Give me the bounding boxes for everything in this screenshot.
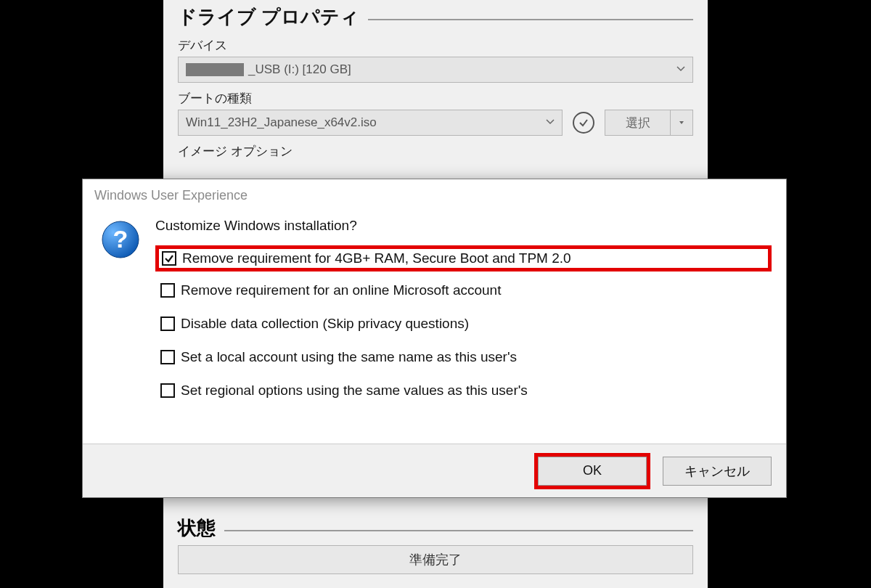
divider bbox=[368, 19, 693, 20]
status-bar: 準備完了 bbox=[178, 545, 693, 574]
option-label: Set regional options using the same valu… bbox=[181, 383, 528, 399]
boot-type-dropdown[interactable]: Win11_23H2_Japanese_x64v2.iso bbox=[178, 110, 563, 136]
option-label: Set a local account using the same name … bbox=[181, 349, 517, 365]
chevron-down-icon bbox=[546, 115, 555, 130]
cancel-button-label: キャンセル bbox=[684, 462, 750, 480]
boot-type-value: Win11_23H2_Japanese_x64v2.iso bbox=[186, 115, 377, 130]
checkbox[interactable] bbox=[160, 350, 175, 364]
option-label: Remove requirement for 4GB+ RAM, Secure … bbox=[182, 250, 571, 266]
select-button-chevron[interactable] bbox=[671, 110, 692, 135]
verify-icon[interactable] bbox=[573, 112, 594, 134]
boot-type-row: Win11_23H2_Japanese_x64v2.iso 選択 bbox=[178, 110, 693, 136]
redacted-mask bbox=[186, 63, 244, 76]
device-dropdown[interactable]: _USB (I:) [120 GB] bbox=[178, 57, 693, 83]
checkbox[interactable] bbox=[162, 251, 176, 266]
ok-button[interactable]: OK bbox=[538, 457, 647, 486]
dialog-prompt: Customize Windows installation? bbox=[155, 218, 772, 234]
drive-properties-title: ドライブ プロパティ bbox=[178, 4, 359, 30]
divider bbox=[224, 530, 693, 531]
select-button[interactable]: 選択 bbox=[605, 110, 693, 136]
status-value: 準備完了 bbox=[409, 551, 462, 568]
dialog-options: Customize Windows installation? Remove r… bbox=[155, 218, 772, 444]
option-set-regional[interactable]: Set regional options using the same valu… bbox=[155, 376, 772, 405]
drive-properties-heading: ドライブ プロパティ bbox=[178, 4, 693, 30]
option-set-local-account[interactable]: Set a local account using the same name … bbox=[155, 343, 772, 372]
status-heading: 状態 bbox=[178, 515, 693, 541]
svg-text:?: ? bbox=[113, 225, 128, 253]
option-remove-hw-req[interactable]: Remove requirement for 4GB+ RAM, Secure … bbox=[155, 245, 772, 271]
wue-dialog: Windows User Experience ? Customize Wind… bbox=[82, 179, 787, 498]
option-label: Remove requirement for an online Microso… bbox=[181, 282, 501, 298]
ok-button-label: OK bbox=[583, 463, 602, 478]
status-title: 状態 bbox=[178, 515, 216, 541]
dialog-body: ? Customize Windows installation? Remove… bbox=[83, 203, 786, 444]
boot-type-label: ブートの種類 bbox=[178, 90, 693, 107]
checkbox[interactable] bbox=[160, 383, 175, 398]
checkbox[interactable] bbox=[160, 283, 175, 298]
cancel-button[interactable]: キャンセル bbox=[663, 457, 772, 486]
option-label: Disable data collection (Skip privacy qu… bbox=[181, 316, 469, 332]
option-remove-ms-account[interactable]: Remove requirement for an online Microso… bbox=[155, 276, 772, 305]
select-button-label: 選択 bbox=[605, 110, 671, 135]
checkbox[interactable] bbox=[160, 317, 175, 331]
image-option-label: イメージ オプション bbox=[178, 143, 693, 160]
device-label: デバイス bbox=[178, 37, 693, 54]
question-icon: ? bbox=[102, 221, 139, 258]
option-disable-data-collection[interactable]: Disable data collection (Skip privacy qu… bbox=[155, 309, 772, 338]
device-value: _USB (I:) [120 GB] bbox=[248, 62, 351, 77]
chevron-down-icon bbox=[676, 62, 685, 77]
dialog-title: Windows User Experience bbox=[83, 179, 786, 203]
dialog-footer: OK キャンセル bbox=[83, 444, 786, 497]
